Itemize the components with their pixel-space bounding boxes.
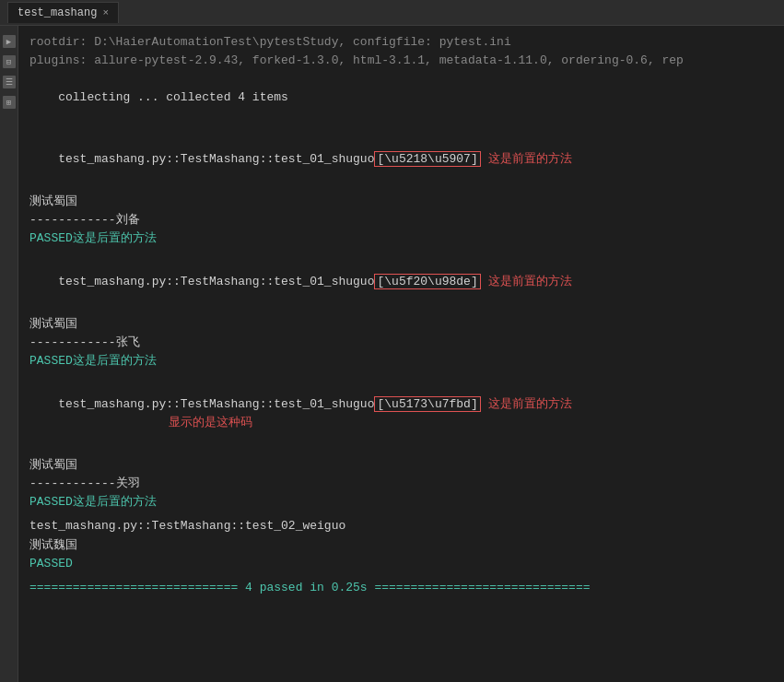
test2-line: test_mashang.py::TestMashang::test_01_sh… [29, 254, 773, 310]
output-line-collecting: collecting ... collected 4 items [29, 70, 773, 125]
passed-2: PASSED这是后置的方法 [29, 352, 773, 370]
gutter-icon-2[interactable]: ⊟ [3, 55, 16, 68]
items-count: 4 items [238, 90, 288, 104]
dashes-2: ------------张飞 [29, 334, 773, 352]
gutter-icon-1[interactable]: ▶ [3, 35, 16, 48]
test2-annotation: 这是前置的方法 [488, 275, 572, 288]
passed-1: PASSED这是后置的方法 [29, 229, 773, 248]
gutter-icon-4[interactable]: ⊞ [3, 96, 16, 109]
chinese-1: 测试蜀国 [29, 193, 773, 211]
tab-bar: test_mashang × [0, 0, 784, 26]
gutter-icon-3[interactable]: ☰ [3, 76, 16, 88]
chinese-2: 测试蜀国 [29, 315, 773, 334]
tab-label: test_mashang [18, 6, 97, 19]
test4-line: test_mashang.py::TestMashang::test_02_we… [29, 517, 773, 535]
passed-3: PASSED这是后置的方法 [29, 493, 773, 512]
test3-prefix: test_mashang.py::TestMashang::test_01_sh… [58, 397, 374, 411]
test1-annotation: 这是前置的方法 [488, 152, 572, 166]
test2-prefix: test_mashang.py::TestMashang::test_01_sh… [58, 275, 374, 288]
tab-test-mashang[interactable]: test_mashang × [7, 2, 119, 23]
summary-separator: ============================= 4 passed i… [29, 579, 773, 597]
tab-close-button[interactable]: × [102, 7, 109, 18]
chinese-3: 测试蜀国 [29, 456, 773, 475]
collected-text: collected [166, 90, 238, 104]
chinese-4: 测试魏国 [29, 536, 773, 555]
test2-param-box: [\u5f20\u98de] [374, 274, 480, 289]
annotation-note: 显示的是这种码 [169, 416, 252, 429]
terminal-output: rootdir: D:\HaierAutomationTest\pytestSt… [18, 26, 784, 682]
test1-line: test_mashang.py::TestMashang::test_01_sh… [29, 132, 773, 187]
test3-param-box: [\u5173\u7fbd] [374, 396, 480, 412]
output-line-plugins: plugins: allure-pytest-2.9.43, forked-1.… [29, 52, 773, 70]
test1-prefix: test_mashang.py::TestMashang::test_01_sh… [58, 152, 374, 166]
output-line-rootdir: rootdir: D:\HaierAutomationTest\pytestSt… [29, 33, 773, 52]
dashes-3: ------------关羽 [29, 475, 773, 493]
dashes-1: ------------刘备 [29, 211, 773, 229]
collecting-text: collecting ... [58, 90, 166, 104]
test3-annotation: 这是前置的方法 [488, 397, 572, 411]
left-gutter: ▶ ⊟ ☰ ⊞ [0, 26, 18, 682]
test1-param-box: [\u5218\u5907] [374, 151, 480, 167]
passed-4: PASSED [29, 555, 773, 573]
test3-line: test_mashang.py::TestMashang::test_01_sh… [29, 376, 773, 451]
